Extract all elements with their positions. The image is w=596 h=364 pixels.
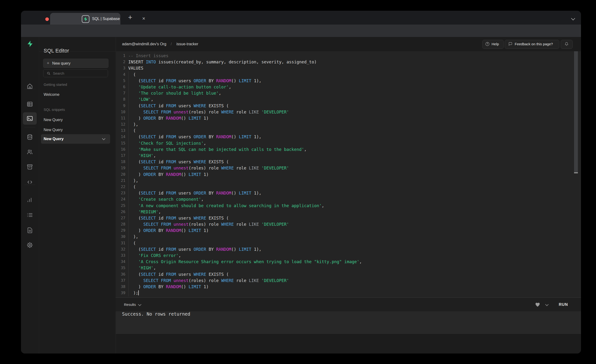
code-line[interactable]: 37 SELECT FROM unnest(roles) role WHERE … bbox=[116, 277, 581, 284]
help-button[interactable]: Help bbox=[482, 40, 504, 49]
line-number: 15 bbox=[116, 140, 125, 146]
code-line[interactable]: 15 'Check for SQL injections', bbox=[116, 140, 581, 146]
line-number: 5 bbox=[116, 78, 125, 84]
code-line[interactable]: 9 (SELECT id FROM users WHERE EXISTS ( bbox=[116, 103, 581, 109]
line-number: 10 bbox=[116, 109, 125, 115]
results-message: Success. No rows returned bbox=[122, 311, 190, 317]
line-number: 35 bbox=[116, 265, 125, 271]
line-number: 29 bbox=[116, 227, 125, 234]
code-line[interactable]: 17 'HIGH', bbox=[116, 153, 581, 159]
chevron-down-icon[interactable] bbox=[102, 137, 105, 140]
code-line[interactable]: 10 SELECT FROM unnest(roles) role WHERE … bbox=[116, 109, 581, 115]
editor-scrollbar-thumb[interactable] bbox=[574, 51, 578, 172]
code-line[interactable]: 36 (SELECT id FROM users WHERE EXISTS ( bbox=[116, 271, 581, 277]
browser-tab[interactable]: SQL | Supabase × bbox=[50, 13, 120, 25]
rail-divider bbox=[24, 127, 35, 127]
code-line[interactable]: 31 ( bbox=[116, 240, 581, 246]
users-icon bbox=[26, 148, 33, 156]
line-number: 13 bbox=[116, 127, 125, 134]
tab-search-chevron-icon[interactable] bbox=[571, 16, 575, 21]
line-number: 32 bbox=[116, 246, 125, 253]
run-button[interactable]: RUN bbox=[554, 298, 573, 311]
code-line[interactable]: 38 ) ORDER BY RANDOM() LIMIT 1) bbox=[116, 284, 581, 290]
results-dropdown[interactable]: Results bbox=[124, 298, 136, 311]
rail-item-reports[interactable] bbox=[23, 194, 37, 206]
code-line[interactable]: 20 ) ORDER BY RANDOM() LIMIT 1) bbox=[116, 171, 581, 178]
new-query-button[interactable]: +New query bbox=[43, 59, 108, 68]
code-line[interactable]: 29 ) ORDER BY RANDOM() LIMIT 1) bbox=[116, 227, 581, 234]
database-icon bbox=[26, 134, 33, 141]
sidebar-item-welcome[interactable]: Welcome bbox=[44, 92, 59, 97]
code-line[interactable]: 26 'MEDIUM', bbox=[116, 209, 581, 215]
code-line[interactable]: 1-- Insert issues bbox=[116, 53, 581, 59]
sidebar-item-new-query-selected[interactable]: New Query bbox=[41, 134, 110, 144]
bar-chart-icon bbox=[26, 196, 33, 204]
supabase-app: SQL Editor +New query Search Getting sta… bbox=[21, 37, 581, 354]
tab-close-icon[interactable]: × bbox=[140, 13, 147, 25]
supabase-logo-icon[interactable] bbox=[26, 40, 34, 48]
code-line[interactable]: 39 ); bbox=[116, 290, 581, 296]
rail-item-docs[interactable] bbox=[23, 224, 37, 237]
line-number: 4 bbox=[116, 72, 125, 78]
code-line[interactable]: 14 (SELECT id FROM users ORDER BY RANDOM… bbox=[116, 134, 581, 140]
new-tab-button[interactable]: + bbox=[125, 13, 135, 23]
code-line[interactable]: 12 ), bbox=[116, 121, 581, 127]
breadcrumb-project[interactable]: issue-tracker bbox=[176, 37, 198, 51]
sql-code-editor[interactable]: 1-- Insert issues2INSERT INTO issues(cre… bbox=[116, 51, 581, 297]
line-number: 7 bbox=[116, 90, 125, 96]
run-options-chevron-icon[interactable] bbox=[545, 303, 549, 306]
rail-item-storage[interactable] bbox=[23, 161, 37, 173]
code-line[interactable]: 8 'LOW', bbox=[116, 96, 581, 103]
code-line[interactable]: 6 'Update call-to-action button color', bbox=[116, 84, 581, 90]
rail-item-sql-editor[interactable] bbox=[23, 112, 37, 125]
rail-item-home[interactable] bbox=[23, 80, 37, 92]
rail-item-logs[interactable] bbox=[23, 209, 37, 221]
code-line[interactable]: 23 (SELECT id FROM users ORDER BY RANDOM… bbox=[116, 190, 581, 196]
code-line[interactable]: 24 'Create search component', bbox=[116, 196, 581, 202]
rail-item-functions[interactable] bbox=[23, 176, 37, 188]
code-line[interactable]: 21 ), bbox=[116, 178, 581, 184]
rail-item-table-editor[interactable] bbox=[23, 98, 37, 110]
code-line[interactable]: 22 ( bbox=[116, 184, 581, 190]
traffic-light-close-button[interactable] bbox=[45, 17, 49, 21]
search-input[interactable]: Search bbox=[43, 69, 108, 77]
code-line[interactable]: 32 (SELECT id FROM users ORDER BY RANDOM… bbox=[116, 246, 581, 253]
line-number: 24 bbox=[116, 196, 125, 202]
notifications-button[interactable] bbox=[561, 40, 573, 49]
code-line[interactable]: 25 'A new component should be created to… bbox=[116, 203, 581, 209]
rail-item-settings[interactable] bbox=[23, 239, 37, 251]
archive-box-icon bbox=[26, 163, 33, 171]
code-line[interactable]: 2INSERT INTO issues(created_by, summary,… bbox=[116, 59, 581, 65]
code-line[interactable]: 33 'Fix CORS error', bbox=[116, 253, 581, 259]
line-number: 23 bbox=[116, 190, 125, 196]
code-line[interactable]: 7 'The color should be light blue', bbox=[116, 90, 581, 96]
code-line[interactable]: 28 SELECT FROM unnest(roles) role WHERE … bbox=[116, 221, 581, 227]
code-line[interactable]: 19 SELECT FROM unnest(roles) role WHERE … bbox=[116, 165, 581, 171]
code-line[interactable]: 18 (SELECT id FROM users WHERE EXISTS ( bbox=[116, 159, 581, 165]
code-line[interactable]: 16 'Make sure that SQL can not be inject… bbox=[116, 146, 581, 153]
breadcrumb-org[interactable]: adam@windmill.dev's Org bbox=[122, 37, 166, 51]
code-line[interactable]: 27 (SELECT id FROM users WHERE EXISTS ( bbox=[116, 215, 581, 221]
code-line[interactable]: 35 'HIGH', bbox=[116, 265, 581, 271]
code-line[interactable]: 5 (SELECT id FROM users ORDER BY RANDOM(… bbox=[116, 78, 581, 84]
favorite-heart-icon[interactable] bbox=[535, 302, 541, 308]
feedback-button[interactable]: Feedback on this page? bbox=[505, 40, 559, 49]
line-number: 25 bbox=[116, 203, 125, 209]
plus-icon: + bbox=[47, 60, 49, 66]
rail-divider bbox=[24, 89, 35, 89]
rail-item-database[interactable] bbox=[23, 131, 37, 143]
line-number: 33 bbox=[116, 253, 125, 259]
code-line[interactable]: 34 'A Cross Origin Resource Sharing erro… bbox=[116, 259, 581, 265]
code-line[interactable]: 30 ), bbox=[116, 234, 581, 240]
document-icon bbox=[26, 227, 33, 234]
results-chevron-icon[interactable] bbox=[138, 303, 141, 306]
line-number: 14 bbox=[116, 134, 125, 140]
results-output: Success. No rows returned bbox=[116, 311, 581, 334]
sidebar-item-new-query-1[interactable]: New Query bbox=[44, 118, 63, 122]
code-line[interactable]: 11 ) ORDER BY RANDOM() LIMIT 1) bbox=[116, 115, 581, 121]
sidebar-item-new-query-2[interactable]: New Query bbox=[44, 128, 63, 132]
code-line[interactable]: 13 ( bbox=[116, 127, 581, 134]
code-line[interactable]: 4 ( bbox=[116, 72, 581, 78]
rail-item-auth[interactable] bbox=[23, 146, 37, 158]
code-line[interactable]: 3VALUES bbox=[116, 65, 581, 71]
